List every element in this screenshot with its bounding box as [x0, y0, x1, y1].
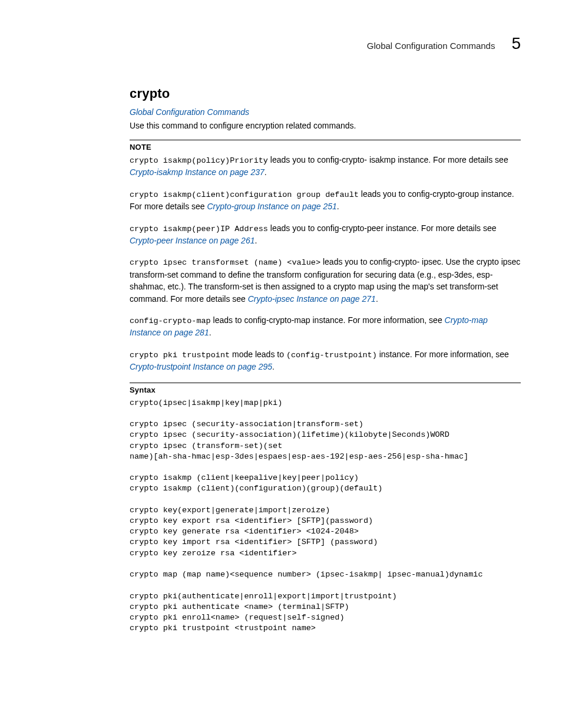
note-paragraph-1: crypto isakmp(policy)Priority leads you …	[130, 154, 521, 179]
xref-link[interactable]: Crypto-group Instance on page 251	[207, 202, 337, 211]
chapter-number: 5	[511, 34, 521, 53]
code-inline: config-crypto-map	[130, 317, 211, 325]
page-header: Global Configuration Commands 5	[130, 34, 521, 53]
document-page: Global Configuration Commands 5 crypto G…	[0, 0, 562, 657]
note-paragraph-6: crypto pki trustpoint mode leads to (con…	[130, 348, 521, 373]
text: instance. For more information, see	[377, 350, 509, 359]
code-inline: crypto ipsec transformset (name) <value>	[130, 258, 320, 267]
code-inline: crypto isakmp(client)configuration group…	[130, 190, 359, 199]
code-inline: (config-trustpoint)	[286, 351, 377, 360]
text: leads you to config-crypto- isakmp insta…	[268, 155, 508, 164]
note-label: NOTE	[130, 143, 521, 151]
text: .	[254, 236, 257, 245]
text: mode leads to	[230, 350, 286, 359]
text: .	[272, 362, 275, 371]
syntax-label: Syntax	[130, 386, 521, 394]
divider	[130, 140, 521, 140]
text: .	[376, 294, 378, 304]
xref-link[interactable]: Crypto-isakmp Instance on page 237	[130, 167, 265, 177]
code-inline: crypto isakmp(policy)Priority	[130, 156, 268, 165]
header-title: Global Configuration Commands	[367, 41, 495, 51]
syntax-code-block: crypto(ipsec|isakmp|key|map|pki) crypto …	[130, 398, 521, 634]
xref-link[interactable]: Crypto-trustpoint Instance on page 295	[130, 362, 272, 371]
text: .	[337, 202, 339, 211]
category-link[interactable]: Global Configuration Commands	[130, 107, 521, 117]
xref-link[interactable]: Crypto-ipsec Instance on page 271	[248, 294, 376, 304]
text: .	[265, 167, 267, 177]
text: leads to config-crypto-map instance. For…	[211, 315, 445, 325]
note-paragraph-5: config-crypto-map leads to config-crypto…	[130, 314, 521, 339]
note-paragraph-4: crypto ipsec transformset (name) <value>…	[130, 256, 521, 304]
code-inline: crypto pki trustpoint	[130, 351, 230, 360]
text: leads you to config-crypto-peer instance…	[268, 223, 497, 233]
xref-link[interactable]: Crypto-peer Instance on page 261	[130, 236, 254, 245]
section-heading: crypto	[130, 86, 521, 101]
intro-text: Use this command to configure encryption…	[130, 120, 521, 131]
note-paragraph-3: crypto isakmp(peer)IP Address leads you …	[130, 222, 521, 247]
code-inline: crypto isakmp(peer)IP Address	[130, 225, 268, 233]
text: .	[209, 328, 211, 337]
note-paragraph-2: crypto isakmp(client)configuration group…	[130, 188, 521, 213]
divider	[130, 383, 521, 383]
